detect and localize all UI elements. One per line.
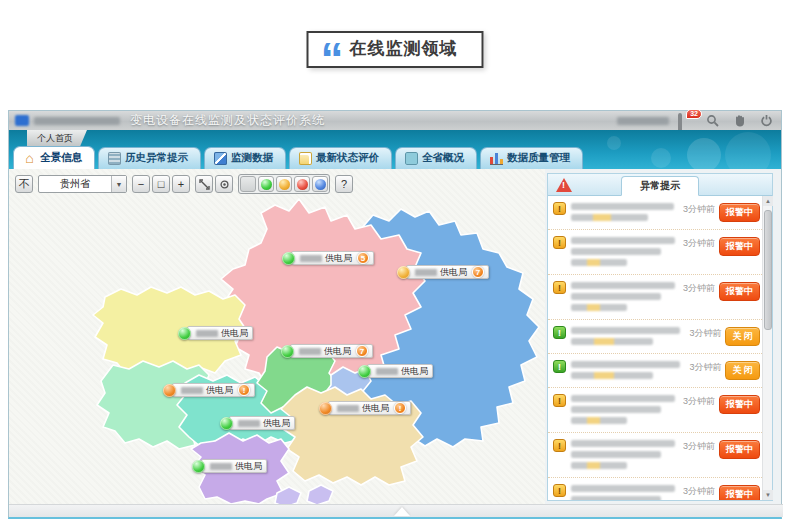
alert-item[interactable]: !3分钟前报警中 xyxy=(548,478,762,500)
status-ball-green-icon xyxy=(178,327,191,340)
search-icon[interactable] xyxy=(703,113,721,128)
fullscreen-button[interactable] xyxy=(195,175,213,193)
scrollbar-thumb[interactable] xyxy=(764,210,772,330)
alarming-button[interactable]: 报警中 xyxy=(719,485,760,500)
bureau-name-pill: 供电局 xyxy=(187,326,253,340)
tab-2[interactable]: 历史异常提示 xyxy=(98,147,201,169)
warning-icon xyxy=(556,178,572,192)
alert-item[interactable]: !3分钟前报警中 xyxy=(548,275,762,320)
tab-alerts[interactable]: 异常提示 xyxy=(621,176,699,196)
alarming-button[interactable]: 报警中 xyxy=(719,282,760,301)
bureau-name-pill: 供电局! xyxy=(328,401,411,415)
quote-icon: “ xyxy=(321,54,342,64)
alert-meta: 3分钟前报警中 xyxy=(683,438,760,473)
status-ball-orange-icon xyxy=(319,402,332,415)
map-label-bureau[interactable]: 供电局! xyxy=(319,401,411,415)
alert-severity-icon: ! xyxy=(553,281,566,294)
scroll-up-icon[interactable]: ▲ xyxy=(763,196,773,206)
alert-time: 3分钟前 xyxy=(683,237,715,250)
alert-item[interactable]: !3分钟前关 闭 xyxy=(548,354,762,388)
map-label-bureau[interactable]: 供电局! xyxy=(163,383,255,397)
alert-panel-header: 异常提示 xyxy=(548,174,772,196)
tab-3[interactable]: 监测数据 xyxy=(204,147,286,169)
tab-1[interactable]: ⌂全景信息 xyxy=(13,146,95,169)
province-select-value: 贵州省 xyxy=(39,176,111,192)
bureau-name-pill: 供电局5 xyxy=(291,251,374,265)
zoom-in-button[interactable]: + xyxy=(172,175,190,193)
status-ball-green-icon xyxy=(192,460,205,473)
pan-hand-icon[interactable] xyxy=(730,113,748,128)
status-filter-red[interactable] xyxy=(294,176,310,192)
map-label-bureau[interactable]: 供电局 xyxy=(358,364,433,378)
collapse-handle-icon[interactable] xyxy=(394,507,410,516)
status-filter-yellow[interactable] xyxy=(276,176,292,192)
locate-button[interactable] xyxy=(215,175,233,193)
alert-item[interactable]: !3分钟前关 闭 xyxy=(548,320,762,354)
status-filter-green[interactable] xyxy=(258,176,274,192)
alarming-button[interactable]: 报警中 xyxy=(719,203,760,222)
nav-band: 个人首页 ⌂全景信息历史异常提示监测数据最新状态评价全省概况数据质量管理 xyxy=(9,130,781,169)
bureau-suffix: 供电局 xyxy=(263,417,290,430)
alert-item[interactable]: !3分钟前报警中 xyxy=(548,388,762,433)
status-ball-green-icon xyxy=(281,345,294,358)
zoom-out-button[interactable]: − xyxy=(132,175,150,193)
map-label-bureau[interactable]: 供电局 xyxy=(178,326,253,340)
province-map[interactable] xyxy=(9,169,545,504)
alert-text-blurred xyxy=(571,280,678,315)
bureau-suffix: 供电局 xyxy=(324,345,351,358)
data-icon xyxy=(214,152,227,165)
map-label-bureau[interactable]: 供电局5 xyxy=(282,251,374,265)
province-select[interactable]: 贵州省 ▼ xyxy=(38,175,127,193)
alert-item[interactable]: !3分钟前报警中 xyxy=(548,433,762,478)
alert-time: 3分钟前 xyxy=(683,485,715,498)
home-icon: ⌂ xyxy=(23,152,36,165)
tab-5[interactable]: 全省概况 xyxy=(395,147,477,169)
help-button[interactable]: ? xyxy=(335,175,353,193)
map-toolbar: 不 贵州省 ▼ − □ + xyxy=(15,174,353,194)
tab-personal-home[interactable]: 个人首页 xyxy=(27,130,87,147)
alert-time: 3分钟前 xyxy=(689,361,721,374)
quality-icon xyxy=(490,152,503,165)
history-icon xyxy=(108,152,121,165)
layer-button[interactable]: 不 xyxy=(15,175,33,193)
tab-6[interactable]: 数据质量管理 xyxy=(480,147,583,169)
page-title-box: “ 在线监测领域 xyxy=(307,31,484,68)
tab-label: 监测数据 xyxy=(231,151,273,165)
bureau-name-pill: 供电局7 xyxy=(406,265,489,279)
alarm-count-badge: 5 xyxy=(357,252,369,264)
alarm-count-badge: 7 xyxy=(472,266,484,278)
alarming-button[interactable]: 报警中 xyxy=(719,440,760,459)
map-label-bureau[interactable]: 供电局 xyxy=(220,416,295,430)
evaluate-icon xyxy=(299,152,312,165)
tab-4[interactable]: 最新状态评价 xyxy=(289,147,392,169)
status-ball-yellow-icon xyxy=(397,266,410,279)
closed-button[interactable]: 关 闭 xyxy=(725,361,760,380)
bureau-name-blurred xyxy=(299,348,321,355)
message-monitor-icon[interactable]: 32 xyxy=(678,115,694,127)
alarm-count-badge: ! xyxy=(394,402,406,414)
content: 不 贵州省 ▼ − □ + xyxy=(9,169,781,517)
power-icon[interactable] xyxy=(757,113,775,128)
zoom-reset-button[interactable]: □ xyxy=(152,175,170,193)
status-filter-all[interactable] xyxy=(240,176,256,192)
alert-text-blurred xyxy=(571,235,678,270)
bureau-suffix: 供电局 xyxy=(401,365,428,378)
alert-severity-icon: ! xyxy=(553,439,566,452)
alarm-count-badge: ! xyxy=(238,384,250,396)
status-ball-orange-icon xyxy=(163,384,176,397)
closed-button[interactable]: 关 闭 xyxy=(725,327,760,346)
company-name-blurred xyxy=(34,117,120,125)
status-filter-blue[interactable] xyxy=(312,176,328,192)
map-label-bureau[interactable]: 供电局 xyxy=(192,459,267,473)
map-label-bureau[interactable]: 供电局7 xyxy=(281,344,373,358)
map-label-bureau[interactable]: 供电局7 xyxy=(397,265,489,279)
alert-item[interactable]: !3分钟前报警中 xyxy=(548,196,762,230)
alarming-button[interactable]: 报警中 xyxy=(719,395,760,414)
alert-scrollbar[interactable]: ▲ ▼ xyxy=(762,196,772,500)
bureau-suffix: 供电局 xyxy=(362,402,389,415)
bureau-name-blurred xyxy=(238,420,260,427)
scroll-down-icon[interactable]: ▼ xyxy=(763,490,773,500)
alert-item[interactable]: !3分钟前报警中 xyxy=(548,230,762,275)
region-bottom-lavender[interactable] xyxy=(275,485,333,504)
alarming-button[interactable]: 报警中 xyxy=(719,237,760,256)
